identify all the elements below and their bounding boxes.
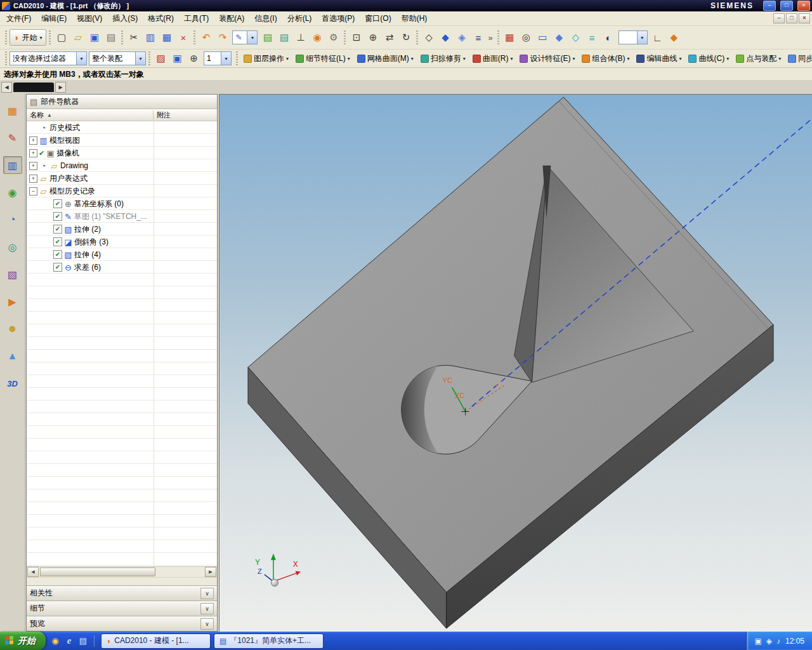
expand-toggle[interactable]: + [29,136,37,145]
scenes-icon[interactable]: ▲ [3,347,22,365]
selection-scope-combo[interactable]: 整个装配 ▾ [89,51,146,65]
surface-dropdown[interactable]: 曲面(R) ▾ [469,51,516,66]
more-tools-icon[interactable]: ◆ [666,30,682,46]
expand-toggle[interactable]: + [29,149,37,157]
process-palette-icon[interactable]: ▧ [3,265,22,283]
work-layer-combo[interactable]: 1 ▾ [204,51,232,65]
sweep-trim-dropdown[interactable]: 扫掠修剪 ▾ [417,51,469,66]
new-window-icon[interactable]: ▭ [535,30,551,46]
scrollbar-thumb[interactable] [40,567,155,576]
menu-view[interactable]: 视图(V) [72,11,107,26]
panel-dependencies[interactable]: 相关性 ∨ [27,585,217,600]
dark-sphere-icon[interactable]: ◐ [601,30,617,46]
scroll-left-icon[interactable]: ◀ [27,567,39,577]
save-icon[interactable]: ▣ [86,30,102,46]
solid-cubes-icon[interactable]: ▣ [169,51,185,67]
task-cad2010[interactable]: ◗ CAD2010 - 建模 - [1... [101,633,211,649]
detail-feature-dropdown[interactable]: 细节特征(L) ▾ [292,51,353,66]
quick-command-combo[interactable]: ✎ ▾ [232,30,258,44]
edit-curve-dropdown[interactable]: 编辑曲线 ▾ [633,51,684,66]
mesh-surface-dropdown[interactable]: 网格曲面(M) ▾ [354,51,417,66]
constraint-navigator-icon[interactable]: ✎ [3,129,22,147]
toolbar-grip[interactable] [497,30,499,44]
tree-row[interactable]: ◔ 历史模式 [27,121,217,134]
toolbar-grip[interactable] [236,51,238,65]
panel-preview[interactable]: 预览 ∨ [27,616,217,631]
quick-launch-desktop-icon[interactable]: ▤ [77,635,89,647]
feature-checkbox[interactable]: ✔ [53,250,62,259]
expand-toggle[interactable]: + [29,162,37,170]
paste-icon[interactable]: ▦ [159,30,174,46]
triad-origin-ball[interactable] [271,580,278,587]
graphics-window[interactable]: YC ZC XC Y X Z [219,94,812,632]
assembly-navigator-icon[interactable]: ▦ [3,102,22,119]
print-icon[interactable]: ▤ [103,30,119,46]
toolbar-grip[interactable] [5,51,7,65]
boolean-body-dropdown[interactable]: 组合体(B) ▾ [579,51,632,66]
menu-window[interactable]: 窗口(O) [360,11,396,26]
task-document[interactable]: ▤ 『1021』简单实体+工... [214,633,324,649]
snapshot-icon[interactable]: ▦ [502,30,518,46]
toolbar-grip[interactable] [193,30,195,44]
layer-operations-dropdown[interactable]: 图层操作 ▾ [240,51,292,66]
column-note[interactable]: 附注 [154,110,217,120]
pan-icon[interactable]: ⇄ [381,30,397,46]
sphere-icon[interactable]: ◉ [309,30,325,46]
shaded-icon[interactable]: ◆ [437,30,453,46]
navigator-horizontal-scrollbar[interactable]: ◀ ▶ [27,566,217,577]
feature-checkbox[interactable]: ✔ [53,212,62,221]
chevron-down-icon[interactable]: ▾ [221,52,231,65]
menu-analysis[interactable]: 分析(L) [282,11,317,26]
navigator-splitter[interactable] [27,577,217,585]
chevron-down-icon[interactable]: ▾ [637,31,647,44]
tree-row[interactable]: ✔ ▧ 拉伸 (4) [27,248,217,261]
cube-shaded-icon[interactable]: ◆ [551,30,567,46]
minimize-button[interactable]: – [763,1,776,11]
toolbar-grip[interactable] [5,30,7,44]
open-folder-icon[interactable]: ▱ [70,30,86,46]
rotate-icon[interactable]: ↻ [398,30,414,46]
scroll-right-icon[interactable]: ▶ [205,567,216,577]
curve-dropdown[interactable]: 曲线(C) ▾ [685,51,732,66]
web-browser-icon[interactable]: ◎ [3,238,22,256]
wizards-icon[interactable]: ▶ [3,293,22,310]
toolbar-grip[interactable] [416,30,418,44]
close-button[interactable]: × [797,1,810,11]
selection-filter-combo[interactable]: 没有选择过滤器 ▾ [10,51,87,65]
mdi-minimize-button[interactable]: – [773,13,785,23]
tree-row[interactable]: − ▱ 模型历史记录 [27,185,217,197]
tree-row[interactable]: + ▥ 模型视图 [27,134,217,147]
shaded-edges-icon[interactable]: ◈ [454,30,469,46]
menu-file[interactable]: 文件(F) [1,11,36,26]
mdi-restore-button[interactable]: □ [786,13,797,23]
feature-checkbox[interactable]: ✔ [53,225,62,234]
tab-scroll-left-icon[interactable]: ◀ [1,82,12,93]
toolbar-grip[interactable] [49,30,51,44]
chevron-down-icon[interactable]: ▾ [76,52,86,65]
zoom-icon[interactable]: ⊕ [365,30,381,46]
tray-network-icon[interactable]: ◈ [766,637,772,646]
gear-icon[interactable]: ⚙ [325,30,341,46]
design-feature-dropdown[interactable]: 设计特征(E) ▾ [516,51,578,66]
tree-row[interactable]: ✔ ▧ 拉伸 (2) [27,223,217,235]
expand-toggle[interactable]: − [29,187,37,196]
active-resource-tab[interactable] [13,83,54,92]
tree-row[interactable]: + ◔ ▱ Drawing [27,159,217,172]
menu-assemblies[interactable]: 装配(A) [214,11,249,26]
feature-checkbox[interactable]: ✔ [53,263,62,272]
start-app-button[interactable]: ◗ 开始 ▾ [10,29,46,46]
tray-volume-icon[interactable]: ♪ [776,637,780,646]
fit-view-icon[interactable]: ⊡ [348,30,364,46]
toolbar-grip[interactable] [148,51,150,65]
layer-stack-icon[interactable]: ≡ [584,30,600,46]
column-name[interactable]: 名称 ▲ [27,110,154,120]
view-layers-icon[interactable]: ▤ [276,30,292,46]
feature-checkbox[interactable]: ✔ [53,237,62,246]
corner-snap-icon[interactable]: ∟ [650,30,665,46]
tree-row[interactable]: ✔ ✎ 草图 (1) "SKETCH_... [27,210,217,223]
quick-launch-ie-icon[interactable]: e [63,635,75,647]
chevron-down-icon[interactable]: ∨ [200,588,214,599]
undo-icon[interactable]: ↶ [198,30,214,46]
tree-row[interactable]: + ✔ ▣ 摄像机 [27,147,217,159]
redo-icon[interactable]: ↷ [214,30,230,46]
